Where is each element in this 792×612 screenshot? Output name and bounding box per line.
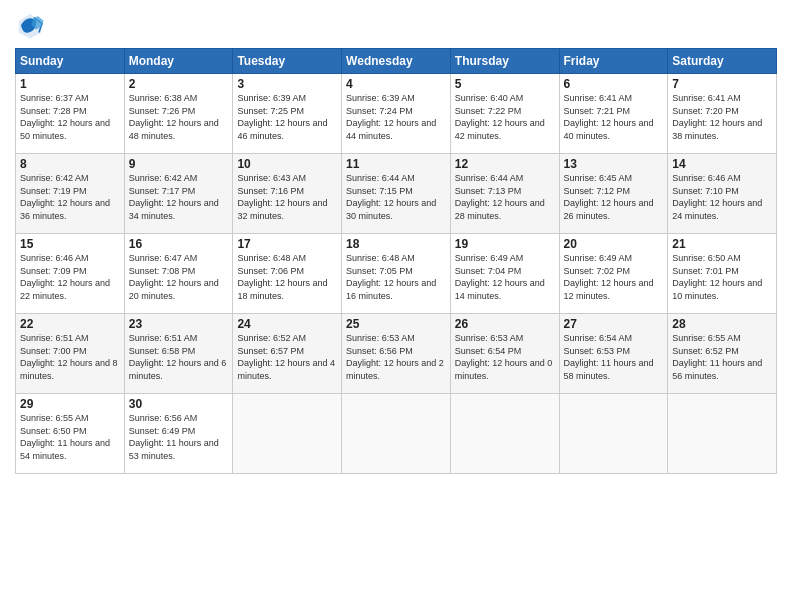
day-info: Sunrise: 6:37 AM Sunset: 7:28 PM Dayligh… <box>20 92 120 142</box>
day-number: 16 <box>129 237 229 251</box>
day-number: 15 <box>20 237 120 251</box>
day-number: 19 <box>455 237 555 251</box>
day-cell: 10 Sunrise: 6:43 AM Sunset: 7:16 PM Dayl… <box>233 154 342 234</box>
week-row-3: 15 Sunrise: 6:46 AM Sunset: 7:09 PM Dayl… <box>16 234 777 314</box>
logo-icon <box>15 10 45 40</box>
day-info: Sunrise: 6:41 AM Sunset: 7:20 PM Dayligh… <box>672 92 772 142</box>
day-number: 23 <box>129 317 229 331</box>
day-cell: 13 Sunrise: 6:45 AM Sunset: 7:12 PM Dayl… <box>559 154 668 234</box>
day-number: 28 <box>672 317 772 331</box>
calendar-body: 1 Sunrise: 6:37 AM Sunset: 7:28 PM Dayli… <box>16 74 777 474</box>
day-number: 13 <box>564 157 664 171</box>
day-info: Sunrise: 6:39 AM Sunset: 7:24 PM Dayligh… <box>346 92 446 142</box>
logo <box>15 10 49 40</box>
day-cell: 30 Sunrise: 6:56 AM Sunset: 6:49 PM Dayl… <box>124 394 233 474</box>
day-number: 3 <box>237 77 337 91</box>
day-cell: 8 Sunrise: 6:42 AM Sunset: 7:19 PM Dayli… <box>16 154 125 234</box>
day-cell: 14 Sunrise: 6:46 AM Sunset: 7:10 PM Dayl… <box>668 154 777 234</box>
day-number: 29 <box>20 397 120 411</box>
day-cell: 2 Sunrise: 6:38 AM Sunset: 7:26 PM Dayli… <box>124 74 233 154</box>
col-header-monday: Monday <box>124 49 233 74</box>
day-info: Sunrise: 6:46 AM Sunset: 7:10 PM Dayligh… <box>672 172 772 222</box>
day-info: Sunrise: 6:42 AM Sunset: 7:17 PM Dayligh… <box>129 172 229 222</box>
col-header-friday: Friday <box>559 49 668 74</box>
day-cell: 27 Sunrise: 6:54 AM Sunset: 6:53 PM Dayl… <box>559 314 668 394</box>
day-number: 22 <box>20 317 120 331</box>
day-number: 21 <box>672 237 772 251</box>
calendar-header-row: SundayMondayTuesdayWednesdayThursdayFrid… <box>16 49 777 74</box>
day-info: Sunrise: 6:55 AM Sunset: 6:52 PM Dayligh… <box>672 332 772 382</box>
day-info: Sunrise: 6:42 AM Sunset: 7:19 PM Dayligh… <box>20 172 120 222</box>
day-info: Sunrise: 6:51 AM Sunset: 7:00 PM Dayligh… <box>20 332 120 382</box>
day-info: Sunrise: 6:49 AM Sunset: 7:04 PM Dayligh… <box>455 252 555 302</box>
col-header-saturday: Saturday <box>668 49 777 74</box>
day-number: 26 <box>455 317 555 331</box>
day-info: Sunrise: 6:44 AM Sunset: 7:13 PM Dayligh… <box>455 172 555 222</box>
day-number: 2 <box>129 77 229 91</box>
day-info: Sunrise: 6:43 AM Sunset: 7:16 PM Dayligh… <box>237 172 337 222</box>
day-info: Sunrise: 6:44 AM Sunset: 7:15 PM Dayligh… <box>346 172 446 222</box>
day-cell: 29 Sunrise: 6:55 AM Sunset: 6:50 PM Dayl… <box>16 394 125 474</box>
day-number: 5 <box>455 77 555 91</box>
day-number: 7 <box>672 77 772 91</box>
day-cell: 11 Sunrise: 6:44 AM Sunset: 7:15 PM Dayl… <box>342 154 451 234</box>
day-number: 30 <box>129 397 229 411</box>
week-row-1: 1 Sunrise: 6:37 AM Sunset: 7:28 PM Dayli… <box>16 74 777 154</box>
day-info: Sunrise: 6:55 AM Sunset: 6:50 PM Dayligh… <box>20 412 120 462</box>
day-number: 10 <box>237 157 337 171</box>
day-info: Sunrise: 6:40 AM Sunset: 7:22 PM Dayligh… <box>455 92 555 142</box>
day-cell: 7 Sunrise: 6:41 AM Sunset: 7:20 PM Dayli… <box>668 74 777 154</box>
day-cell: 25 Sunrise: 6:53 AM Sunset: 6:56 PM Dayl… <box>342 314 451 394</box>
day-cell: 12 Sunrise: 6:44 AM Sunset: 7:13 PM Dayl… <box>450 154 559 234</box>
day-cell: 1 Sunrise: 6:37 AM Sunset: 7:28 PM Dayli… <box>16 74 125 154</box>
day-info: Sunrise: 6:48 AM Sunset: 7:06 PM Dayligh… <box>237 252 337 302</box>
day-number: 27 <box>564 317 664 331</box>
main-container: SundayMondayTuesdayWednesdayThursdayFrid… <box>0 0 792 484</box>
day-cell: 23 Sunrise: 6:51 AM Sunset: 6:58 PM Dayl… <box>124 314 233 394</box>
day-info: Sunrise: 6:53 AM Sunset: 6:56 PM Dayligh… <box>346 332 446 382</box>
day-cell <box>450 394 559 474</box>
day-info: Sunrise: 6:45 AM Sunset: 7:12 PM Dayligh… <box>564 172 664 222</box>
week-row-5: 29 Sunrise: 6:55 AM Sunset: 6:50 PM Dayl… <box>16 394 777 474</box>
day-cell: 6 Sunrise: 6:41 AM Sunset: 7:21 PM Dayli… <box>559 74 668 154</box>
col-header-thursday: Thursday <box>450 49 559 74</box>
header <box>15 10 777 40</box>
day-cell: 28 Sunrise: 6:55 AM Sunset: 6:52 PM Dayl… <box>668 314 777 394</box>
col-header-sunday: Sunday <box>16 49 125 74</box>
day-info: Sunrise: 6:51 AM Sunset: 6:58 PM Dayligh… <box>129 332 229 382</box>
day-cell: 3 Sunrise: 6:39 AM Sunset: 7:25 PM Dayli… <box>233 74 342 154</box>
day-number: 24 <box>237 317 337 331</box>
day-info: Sunrise: 6:47 AM Sunset: 7:08 PM Dayligh… <box>129 252 229 302</box>
day-cell: 4 Sunrise: 6:39 AM Sunset: 7:24 PM Dayli… <box>342 74 451 154</box>
day-number: 11 <box>346 157 446 171</box>
day-number: 14 <box>672 157 772 171</box>
col-header-wednesday: Wednesday <box>342 49 451 74</box>
day-info: Sunrise: 6:53 AM Sunset: 6:54 PM Dayligh… <box>455 332 555 382</box>
day-info: Sunrise: 6:50 AM Sunset: 7:01 PM Dayligh… <box>672 252 772 302</box>
day-cell: 21 Sunrise: 6:50 AM Sunset: 7:01 PM Dayl… <box>668 234 777 314</box>
day-cell <box>233 394 342 474</box>
day-cell: 26 Sunrise: 6:53 AM Sunset: 6:54 PM Dayl… <box>450 314 559 394</box>
day-cell <box>668 394 777 474</box>
day-info: Sunrise: 6:38 AM Sunset: 7:26 PM Dayligh… <box>129 92 229 142</box>
day-cell: 5 Sunrise: 6:40 AM Sunset: 7:22 PM Dayli… <box>450 74 559 154</box>
day-cell: 9 Sunrise: 6:42 AM Sunset: 7:17 PM Dayli… <box>124 154 233 234</box>
day-number: 12 <box>455 157 555 171</box>
day-number: 9 <box>129 157 229 171</box>
day-cell: 16 Sunrise: 6:47 AM Sunset: 7:08 PM Dayl… <box>124 234 233 314</box>
day-number: 4 <box>346 77 446 91</box>
day-number: 18 <box>346 237 446 251</box>
day-info: Sunrise: 6:48 AM Sunset: 7:05 PM Dayligh… <box>346 252 446 302</box>
day-cell: 22 Sunrise: 6:51 AM Sunset: 7:00 PM Dayl… <box>16 314 125 394</box>
day-info: Sunrise: 6:54 AM Sunset: 6:53 PM Dayligh… <box>564 332 664 382</box>
week-row-2: 8 Sunrise: 6:42 AM Sunset: 7:19 PM Dayli… <box>16 154 777 234</box>
day-cell: 15 Sunrise: 6:46 AM Sunset: 7:09 PM Dayl… <box>16 234 125 314</box>
day-number: 25 <box>346 317 446 331</box>
day-info: Sunrise: 6:56 AM Sunset: 6:49 PM Dayligh… <box>129 412 229 462</box>
day-info: Sunrise: 6:52 AM Sunset: 6:57 PM Dayligh… <box>237 332 337 382</box>
day-cell: 20 Sunrise: 6:49 AM Sunset: 7:02 PM Dayl… <box>559 234 668 314</box>
day-number: 1 <box>20 77 120 91</box>
day-cell: 24 Sunrise: 6:52 AM Sunset: 6:57 PM Dayl… <box>233 314 342 394</box>
calendar-table: SundayMondayTuesdayWednesdayThursdayFrid… <box>15 48 777 474</box>
col-header-tuesday: Tuesday <box>233 49 342 74</box>
